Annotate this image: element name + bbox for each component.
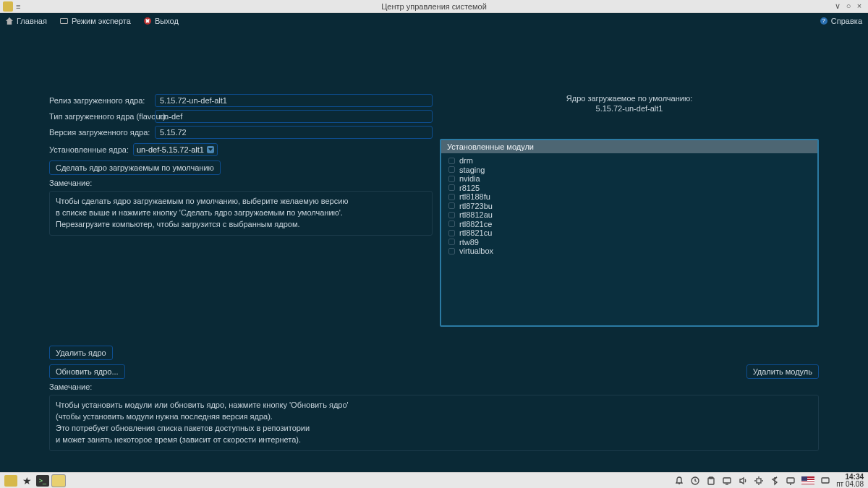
module-label: rtl8821cu bbox=[459, 228, 492, 238]
module-label: rtl8812au bbox=[459, 210, 493, 220]
menu-home-label: Главная bbox=[17, 17, 47, 25]
release-value: 5.15.72-un-def-alt1 bbox=[155, 94, 433, 107]
keyboard-layout-flag[interactable] bbox=[801, 476, 814, 484]
note-bot-line2: (чтобы установить модули нужна последняя… bbox=[56, 411, 812, 423]
checkbox[interactable] bbox=[448, 221, 455, 227]
brightness-icon[interactable] bbox=[754, 476, 764, 486]
module-item[interactable]: drm bbox=[448, 156, 810, 166]
default-kernel-title: Ядро загружаемое по умолчанию: bbox=[440, 94, 819, 103]
checkbox[interactable] bbox=[448, 248, 455, 254]
clock[interactable]: 14:34 пт 04.08 bbox=[836, 474, 864, 488]
delete-kernel-button[interactable]: Удалить ядро bbox=[49, 346, 113, 360]
module-item[interactable]: virtualbox bbox=[448, 247, 810, 256]
close-button[interactable]: × bbox=[855, 1, 864, 11]
checkbox[interactable] bbox=[448, 239, 455, 245]
checkbox[interactable] bbox=[448, 176, 455, 182]
delete-module-button[interactable]: Удалить модуль bbox=[746, 364, 819, 379]
bell-icon[interactable] bbox=[674, 476, 684, 486]
module-label: drm bbox=[459, 156, 473, 166]
flavour-value: un-def bbox=[155, 110, 433, 123]
checkbox[interactable] bbox=[448, 194, 455, 200]
installed-kernels-value: un-def-5.15.72-alt1 bbox=[137, 145, 204, 154]
default-kernel-value: 5.15.72-un-def-alt1 bbox=[440, 104, 819, 113]
maximize-button[interactable]: ○ bbox=[844, 1, 853, 11]
chevron-down-icon bbox=[207, 146, 214, 153]
module-item[interactable]: rtw89 bbox=[448, 238, 810, 247]
checkbox[interactable] bbox=[448, 166, 455, 173]
home-icon bbox=[6, 17, 13, 25]
clock-time: 14:34 bbox=[836, 474, 864, 481]
window-titlebar: ≡ Центр управления системой ∨ ○ × bbox=[0, 0, 868, 13]
svg-rect-5 bbox=[787, 478, 794, 483]
default-kernel-block: Ядро загружаемое по умолчанию: 5.15.72-u… bbox=[440, 94, 819, 113]
module-label: rtl8821ce bbox=[459, 220, 492, 229]
taskbar-app-active[interactable] bbox=[52, 475, 65, 487]
menu-expert-label: Режим эксперта bbox=[72, 17, 131, 25]
make-default-button[interactable]: Сделать ядро загружаемым по умолчанию bbox=[49, 160, 221, 175]
app-icon bbox=[3, 1, 13, 12]
note-bot-line1: Чтобы установить модули или обновить ядр… bbox=[56, 400, 812, 411]
desktop-icon[interactable] bbox=[820, 476, 830, 486]
modules-panel: Установленные модули drmstagingnvidiar81… bbox=[440, 139, 819, 327]
checkbox[interactable] bbox=[448, 212, 455, 218]
module-item[interactable]: rtl8821ce bbox=[448, 220, 810, 229]
help-icon: ? bbox=[820, 17, 827, 25]
content-area: Релиз загруженного ядра: 5.15.72-un-def-… bbox=[0, 29, 868, 472]
note-box-top: Чтобы сделать ядро загружаемым по умолча… bbox=[49, 191, 433, 236]
modules-header: Установленные модули bbox=[441, 140, 817, 153]
note-label-bottom: Замечание: bbox=[49, 382, 819, 391]
module-label: virtualbox bbox=[459, 247, 493, 256]
checkbox[interactable] bbox=[448, 230, 455, 236]
installed-kernels-dropdown[interactable]: un-def-5.15.72-alt1 bbox=[133, 143, 218, 156]
menu-expert[interactable]: Режим эксперта bbox=[60, 17, 131, 25]
module-label: nvidia bbox=[459, 174, 480, 184]
clock-date: пт 04.08 bbox=[836, 481, 864, 488]
app-body: Главная Режим эксперта Выход ? Справка Р… bbox=[0, 13, 868, 472]
exit-icon bbox=[144, 17, 151, 25]
minimize-button[interactable]: ∨ bbox=[833, 1, 842, 11]
network-icon[interactable] bbox=[786, 476, 796, 486]
module-label: staging bbox=[459, 166, 485, 175]
note-bot-line3: Это потребует обновления списка пакетов … bbox=[56, 423, 812, 435]
menu-exit[interactable]: Выход bbox=[144, 17, 179, 25]
svg-rect-3 bbox=[723, 478, 731, 483]
checkbox[interactable] bbox=[448, 202, 455, 209]
release-label: Релиз загруженного ядра: bbox=[49, 96, 155, 105]
checkbox[interactable] bbox=[448, 158, 455, 164]
svg-rect-4 bbox=[757, 479, 761, 483]
taskbar-favorites-icon[interactable]: ★ bbox=[20, 474, 33, 487]
checkbox[interactable] bbox=[448, 184, 455, 191]
display-icon[interactable] bbox=[722, 476, 732, 486]
window-title: Центр управления системой bbox=[381, 2, 487, 11]
menu-exit-label: Выход bbox=[155, 17, 179, 25]
taskbar-launcher-icon[interactable] bbox=[4, 475, 17, 487]
note-bot-line4: и может занять некоторое время (зависит … bbox=[56, 435, 812, 446]
volume-icon[interactable] bbox=[738, 476, 748, 486]
version-value: 5.15.72 bbox=[155, 126, 433, 139]
bluetooth-icon[interactable] bbox=[770, 476, 780, 486]
installed-kernels-label: Установленные ядра: bbox=[49, 145, 129, 154]
note-top-line3: Перезагрузите компьютер, чтобы загрузитс… bbox=[56, 219, 426, 231]
module-item[interactable]: rtl8723bu bbox=[448, 202, 810, 211]
note-top-line1: Чтобы сделать ядро загружаемым по умолча… bbox=[56, 196, 426, 207]
module-item[interactable]: nvidia bbox=[448, 174, 810, 184]
module-label: r8125 bbox=[459, 184, 480, 193]
version-label: Версия загруженного ядра: bbox=[49, 128, 155, 137]
updates-icon[interactable] bbox=[690, 476, 700, 486]
screen-icon bbox=[60, 18, 68, 24]
clipboard-icon[interactable] bbox=[706, 476, 716, 486]
note-label-top: Замечание: bbox=[49, 179, 433, 187]
menu-help-label: Справка bbox=[831, 17, 862, 25]
taskbar: ★ >_ 14:34 пт 04.08 bbox=[0, 472, 868, 488]
module-item[interactable]: r8125 bbox=[448, 184, 810, 193]
modules-list[interactable]: drmstagingnvidiar8125rtl8188furtl8723bur… bbox=[441, 153, 817, 325]
module-item[interactable]: rtl8821cu bbox=[448, 228, 810, 238]
update-kernel-button[interactable]: Обновить ядро... bbox=[49, 364, 125, 379]
taskbar-terminal-icon[interactable]: >_ bbox=[36, 475, 49, 487]
module-item[interactable]: staging bbox=[448, 166, 810, 175]
svg-rect-6 bbox=[822, 478, 829, 483]
menu-home[interactable]: Главная bbox=[6, 17, 47, 25]
module-item[interactable]: rtl8188fu bbox=[448, 192, 810, 202]
menu-help[interactable]: ? Справка bbox=[820, 17, 862, 25]
module-item[interactable]: rtl8812au bbox=[448, 210, 810, 220]
